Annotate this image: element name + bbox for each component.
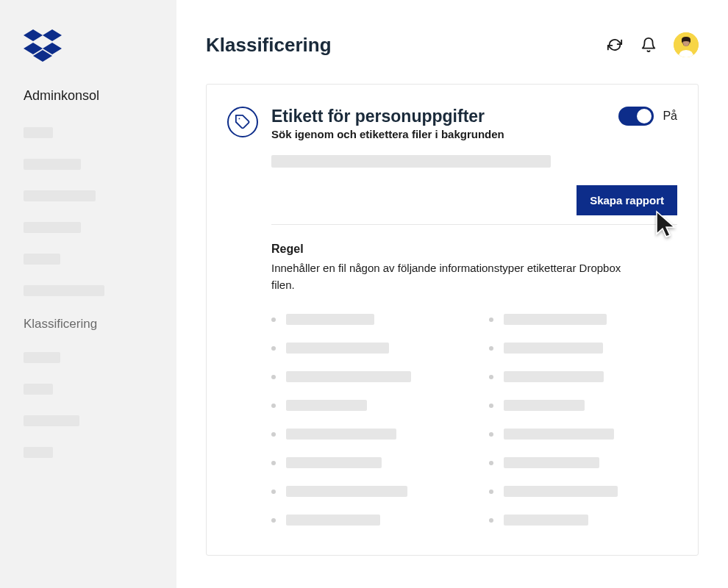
rule-item [271,343,460,354]
rule-placeholder [504,486,618,497]
bullet-icon [489,518,493,523]
rule-description: Innehåller en fil någon av följande info… [271,260,639,293]
classification-card: Etikett för personuppgifter Sök igenom o… [206,84,699,556]
rule-columns [271,314,677,526]
bullet-icon [489,461,493,465]
main-content: Klassificering [176,0,728,588]
bullet-icon [271,490,276,494]
create-report-button[interactable]: Skapa rapport [577,185,677,215]
rule-item [489,371,677,382]
avatar[interactable] [674,32,699,57]
bell-icon[interactable] [640,36,657,54]
rule-item [489,514,677,526]
rule-placeholder [286,486,407,497]
bullet-icon [271,375,276,379]
card-header-text: Etikett för personuppgifter Sök igenom o… [271,107,605,140]
rule-placeholder [286,314,374,325]
bullet-icon [489,404,493,408]
rule-item [271,400,460,411]
bullet-icon [271,346,276,351]
rule-item [489,343,677,354]
rule-column-right [489,314,677,526]
rule-item [271,457,460,468]
rule-placeholder [504,343,603,354]
rule-placeholder [286,400,367,411]
toggle-switch[interactable] [618,107,654,126]
dropbox-logo [24,29,153,65]
toggle-label: På [663,110,677,123]
bullet-icon [271,461,276,465]
bullet-icon [489,318,493,322]
rule-item [489,429,677,440]
rule-item [271,486,460,497]
sidebar-item-classification[interactable]: Klassificering [24,317,153,331]
bullet-icon [489,490,493,494]
rule-item [271,314,460,325]
rule-heading: Regel [271,243,677,256]
sidebar-item-placeholder[interactable] [24,415,79,426]
rule-placeholder [286,371,411,382]
toggle-wrap: På [618,107,677,126]
topbar: Klassificering [206,32,699,57]
sidebar-item-placeholder[interactable] [24,127,53,138]
rule-item [271,514,460,526]
rule-column-left [271,314,460,526]
tag-icon [227,107,258,137]
sidebar-item-placeholder[interactable] [24,190,96,201]
rule-placeholder [504,314,607,325]
rule-placeholder [504,429,614,440]
rule-item [271,371,460,382]
divider [271,224,677,225]
card-subtitle: Sök igenom och etikettera filer i bakgru… [271,128,605,140]
sidebar-item-placeholder[interactable] [24,222,81,233]
sidebar-item-placeholder[interactable] [24,159,81,170]
rule-placeholder [286,343,389,354]
sidebar-item-placeholder[interactable] [24,384,53,395]
rule-item [489,486,677,497]
rule-placeholder [504,400,585,411]
rule-placeholder [286,429,396,440]
card-title: Etikett för personuppgifter [271,107,605,126]
rule-item [489,400,677,411]
card-body: Skapa rapport Regel Innehåller en fil nå… [271,155,677,526]
bullet-icon [271,318,276,322]
button-row: Skapa rapport [271,185,677,215]
bullet-icon [489,346,493,351]
bullet-icon [271,404,276,408]
bullet-icon [489,375,493,379]
rule-placeholder [286,457,382,468]
rule-placeholder [504,514,588,526]
svg-marker-1 [43,29,62,41]
page-title: Klassificering [206,34,332,57]
rule-placeholder [286,514,380,526]
sidebar-title: Adminkonsol [24,88,153,104]
bullet-icon [271,518,276,523]
bullet-icon [489,432,493,437]
sidebar-item-placeholder[interactable] [24,254,60,265]
card-header: Etikett för personuppgifter Sök igenom o… [227,107,677,140]
sync-icon[interactable] [606,36,624,54]
topbar-actions [606,32,699,57]
sidebar-item-placeholder[interactable] [24,352,60,363]
sidebar-item-placeholder[interactable] [24,285,104,296]
rule-placeholder [504,457,599,468]
description-placeholder [271,155,551,168]
rule-item [271,429,460,440]
rule-item [489,314,677,325]
sidebar-item-placeholder[interactable] [24,447,53,458]
rule-placeholder [504,371,604,382]
sidebar: Adminkonsol Klassificering [0,0,176,588]
bullet-icon [271,432,276,437]
svg-marker-0 [24,29,43,41]
rule-item [489,457,677,468]
